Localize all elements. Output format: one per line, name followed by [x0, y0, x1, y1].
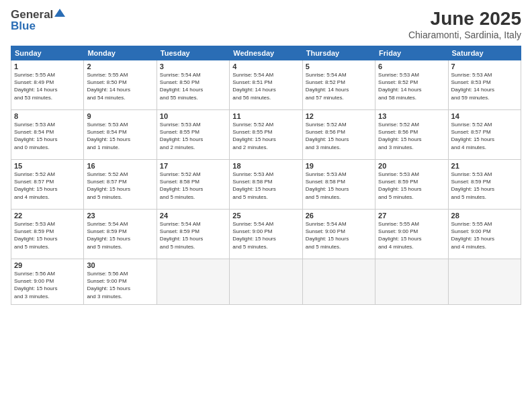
- calendar-week-row: 8Sunrise: 5:53 AMSunset: 8:54 PMDaylight…: [11, 110, 521, 160]
- calendar-day-cell: 4Sunrise: 5:54 AMSunset: 8:51 PMDaylight…: [230, 60, 302, 110]
- calendar-day-cell: 8Sunrise: 5:53 AMSunset: 8:54 PMDaylight…: [11, 110, 84, 160]
- day-info: Sunrise: 5:52 AMSunset: 8:56 PMDaylight:…: [306, 121, 372, 151]
- day-info: Sunrise: 5:52 AMSunset: 8:57 PMDaylight:…: [451, 121, 518, 151]
- calendar-day-cell: [375, 259, 448, 305]
- day-number: 18: [232, 162, 299, 170]
- day-number: 16: [87, 162, 153, 170]
- month-title: June 2025: [408, 8, 521, 30]
- day-info: Sunrise: 5:54 AMSunset: 8:59 PMDaylight:…: [87, 220, 153, 250]
- day-number: 1: [14, 62, 81, 71]
- page: General Blue June 2025 Chiaramonti, Sard…: [0, 0, 532, 411]
- calendar-day-cell: 5Sunrise: 5:54 AMSunset: 8:52 PMDaylight…: [302, 60, 375, 110]
- day-info: Sunrise: 5:53 AMSunset: 8:55 PMDaylight:…: [160, 121, 226, 151]
- day-info: Sunrise: 5:54 AMSunset: 8:52 PMDaylight:…: [306, 71, 372, 101]
- day-number: 10: [160, 112, 226, 120]
- day-number: 14: [451, 112, 518, 120]
- day-number: 23: [87, 212, 153, 220]
- calendar-day-cell: 21Sunrise: 5:53 AMSunset: 8:59 PMDayligh…: [448, 160, 521, 210]
- day-info: Sunrise: 5:55 AMSunset: 9:00 PMDaylight:…: [451, 220, 518, 250]
- day-number: 17: [160, 162, 226, 170]
- day-info: Sunrise: 5:52 AMSunset: 8:56 PMDaylight:…: [378, 121, 445, 151]
- calendar-day-cell: 12Sunrise: 5:52 AMSunset: 8:56 PMDayligh…: [302, 110, 375, 160]
- calendar-day-cell: 27Sunrise: 5:55 AMSunset: 9:00 PMDayligh…: [375, 210, 448, 259]
- day-info: Sunrise: 5:54 AMSunset: 8:51 PMDaylight:…: [232, 71, 299, 101]
- calendar-day-cell: 17Sunrise: 5:52 AMSunset: 8:58 PMDayligh…: [157, 160, 229, 210]
- calendar-day-cell: 16Sunrise: 5:52 AMSunset: 8:57 PMDayligh…: [84, 160, 157, 210]
- calendar-day-cell: 13Sunrise: 5:52 AMSunset: 8:56 PMDayligh…: [375, 110, 448, 160]
- day-info: Sunrise: 5:53 AMSunset: 8:52 PMDaylight:…: [378, 71, 445, 101]
- day-info: Sunrise: 5:52 AMSunset: 8:58 PMDaylight:…: [160, 171, 226, 201]
- calendar-week-row: 15Sunrise: 5:52 AMSunset: 8:57 PMDayligh…: [11, 160, 521, 210]
- day-info: Sunrise: 5:53 AMSunset: 8:54 PMDaylight:…: [14, 121, 81, 151]
- weekday-header: Wednesday: [230, 46, 302, 60]
- calendar-day-cell: 14Sunrise: 5:52 AMSunset: 8:57 PMDayligh…: [448, 110, 521, 160]
- day-number: 29: [14, 261, 81, 269]
- day-info: Sunrise: 5:56 AMSunset: 9:00 PMDaylight:…: [87, 270, 153, 300]
- weekday-header: Thursday: [302, 46, 375, 60]
- header: General Blue June 2025 Chiaramonti, Sard…: [11, 8, 521, 40]
- calendar-table: SundayMondayTuesdayWednesdayThursdayFrid…: [11, 46, 521, 305]
- day-info: Sunrise: 5:54 AMSunset: 8:59 PMDaylight:…: [160, 220, 226, 250]
- calendar-day-cell: 2Sunrise: 5:55 AMSunset: 8:50 PMDaylight…: [84, 60, 157, 110]
- day-number: 12: [306, 112, 372, 120]
- logo-blue-text: Blue: [11, 19, 66, 33]
- day-info: Sunrise: 5:54 AMSunset: 8:50 PMDaylight:…: [160, 71, 226, 101]
- calendar-day-cell: 20Sunrise: 5:53 AMSunset: 8:59 PMDayligh…: [375, 160, 448, 210]
- day-info: Sunrise: 5:53 AMSunset: 8:58 PMDaylight:…: [232, 171, 299, 201]
- calendar-day-cell: 10Sunrise: 5:53 AMSunset: 8:55 PMDayligh…: [157, 110, 229, 160]
- calendar-day-cell: 22Sunrise: 5:53 AMSunset: 8:59 PMDayligh…: [11, 210, 84, 259]
- calendar-day-cell: 28Sunrise: 5:55 AMSunset: 9:00 PMDayligh…: [448, 210, 521, 259]
- calendar-day-cell: 7Sunrise: 5:53 AMSunset: 8:53 PMDaylight…: [448, 60, 521, 110]
- day-info: Sunrise: 5:53 AMSunset: 8:53 PMDaylight:…: [451, 71, 518, 101]
- day-number: 2: [87, 62, 153, 71]
- calendar-day-cell: 23Sunrise: 5:54 AMSunset: 8:59 PMDayligh…: [84, 210, 157, 259]
- calendar-day-cell: 9Sunrise: 5:53 AMSunset: 8:54 PMDaylight…: [84, 110, 157, 160]
- calendar-week-row: 29Sunrise: 5:56 AMSunset: 9:00 PMDayligh…: [11, 259, 521, 305]
- day-info: Sunrise: 5:56 AMSunset: 9:00 PMDaylight:…: [14, 270, 81, 300]
- calendar-day-cell: 3Sunrise: 5:54 AMSunset: 8:50 PMDaylight…: [157, 60, 229, 110]
- day-info: Sunrise: 5:52 AMSunset: 8:57 PMDaylight:…: [87, 171, 153, 201]
- calendar-day-cell: 19Sunrise: 5:53 AMSunset: 8:58 PMDayligh…: [302, 160, 375, 210]
- calendar-day-cell: 24Sunrise: 5:54 AMSunset: 8:59 PMDayligh…: [157, 210, 229, 259]
- day-number: 30: [87, 261, 153, 269]
- day-number: 20: [378, 162, 445, 170]
- day-info: Sunrise: 5:53 AMSunset: 8:58 PMDaylight:…: [306, 171, 372, 201]
- location-title: Chiaramonti, Sardinia, Italy: [408, 30, 521, 40]
- weekday-header: Saturday: [448, 46, 521, 60]
- calendar-day-cell: 1Sunrise: 5:55 AMSunset: 8:49 PMDaylight…: [11, 60, 84, 110]
- calendar-day-cell: 6Sunrise: 5:53 AMSunset: 8:52 PMDaylight…: [375, 60, 448, 110]
- day-info: Sunrise: 5:53 AMSunset: 8:59 PMDaylight:…: [451, 171, 518, 201]
- calendar-day-cell: 29Sunrise: 5:56 AMSunset: 9:00 PMDayligh…: [11, 259, 84, 305]
- weekday-header: Tuesday: [157, 46, 229, 60]
- calendar-week-row: 22Sunrise: 5:53 AMSunset: 8:59 PMDayligh…: [11, 210, 521, 259]
- weekday-header: Friday: [375, 46, 448, 60]
- day-number: 24: [160, 212, 226, 220]
- day-info: Sunrise: 5:52 AMSunset: 8:57 PMDaylight:…: [14, 171, 81, 201]
- day-number: 5: [306, 62, 372, 71]
- day-info: Sunrise: 5:54 AMSunset: 9:00 PMDaylight:…: [306, 220, 372, 250]
- day-number: 27: [378, 212, 445, 220]
- logo: General Blue: [11, 8, 66, 33]
- calendar-day-cell: 11Sunrise: 5:52 AMSunset: 8:55 PMDayligh…: [230, 110, 302, 160]
- day-number: 15: [14, 162, 81, 170]
- day-number: 13: [378, 112, 445, 120]
- calendar-day-cell: [230, 259, 302, 305]
- calendar-day-cell: [448, 259, 521, 305]
- calendar-day-cell: [157, 259, 229, 305]
- calendar-header-row: SundayMondayTuesdayWednesdayThursdayFrid…: [11, 46, 521, 60]
- weekday-header: Monday: [84, 46, 157, 60]
- day-number: 7: [451, 62, 518, 71]
- day-number: 25: [232, 212, 299, 220]
- day-number: 26: [306, 212, 372, 220]
- day-number: 4: [232, 62, 299, 71]
- day-info: Sunrise: 5:54 AMSunset: 9:00 PMDaylight:…: [232, 220, 299, 250]
- day-number: 6: [378, 62, 445, 71]
- calendar-day-cell: [302, 259, 375, 305]
- day-number: 28: [451, 212, 518, 220]
- title-block: June 2025 Chiaramonti, Sardinia, Italy: [408, 8, 521, 40]
- svg-marker-0: [54, 9, 65, 17]
- day-info: Sunrise: 5:55 AMSunset: 8:50 PMDaylight:…: [87, 71, 153, 101]
- calendar-day-cell: 15Sunrise: 5:52 AMSunset: 8:57 PMDayligh…: [11, 160, 84, 210]
- calendar-day-cell: 25Sunrise: 5:54 AMSunset: 9:00 PMDayligh…: [230, 210, 302, 259]
- day-info: Sunrise: 5:52 AMSunset: 8:55 PMDaylight:…: [232, 121, 299, 151]
